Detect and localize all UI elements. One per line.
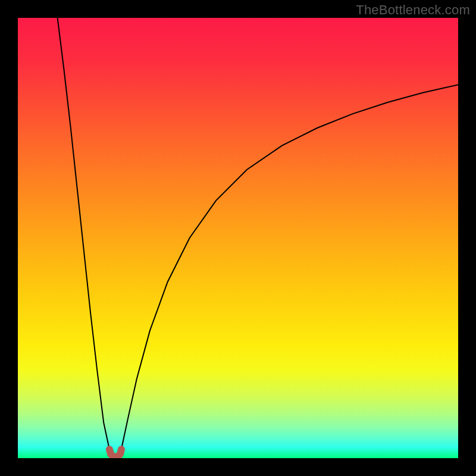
plot-area — [18, 18, 458, 458]
bottleneck-marker — [109, 449, 121, 457]
curve-left-branch — [58, 18, 109, 449]
curve-right-branch — [121, 84, 458, 449]
chart-frame: TheBottleneck.com — [0, 0, 476, 476]
curve-layer — [18, 18, 458, 458]
attribution-text: TheBottleneck.com — [356, 2, 470, 18]
